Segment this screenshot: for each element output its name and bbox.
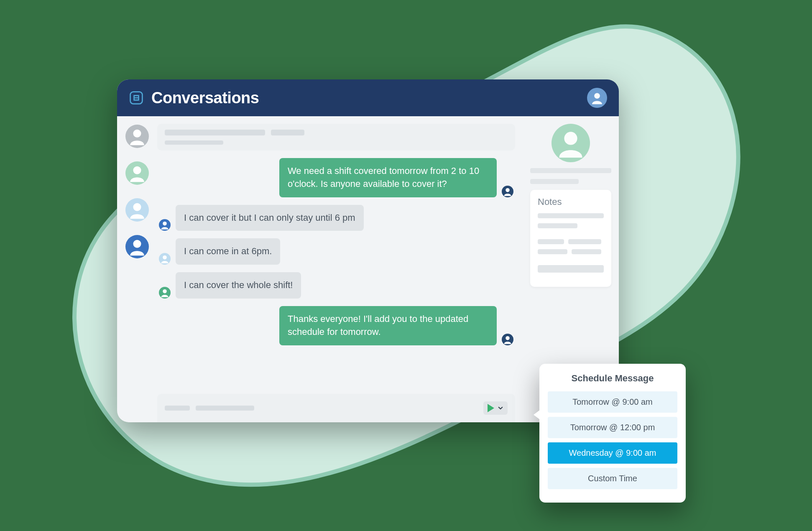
chevron-down-icon <box>498 405 503 411</box>
person-icon <box>552 124 590 162</box>
svg-point-14 <box>163 222 167 226</box>
contact-item[interactable] <box>125 125 149 148</box>
contact-item[interactable] <box>125 235 149 258</box>
notes-heading: Notes <box>538 197 604 207</box>
page-title: Conversations <box>151 89 580 107</box>
contact-avatar-large <box>552 124 590 162</box>
message-avatar <box>159 287 171 299</box>
message-list: We need a shift covered tomorrow from 2 … <box>157 151 515 394</box>
person-icon <box>159 219 171 231</box>
message-avatar <box>502 186 513 197</box>
titlebar: Conversations <box>117 79 619 116</box>
person-icon <box>125 235 149 258</box>
message-row: Thanks everyone! I'll add you to the upd… <box>159 306 513 345</box>
person-icon <box>589 89 605 106</box>
compose-bar[interactable] <box>157 394 515 422</box>
person-icon <box>125 161 149 185</box>
message-row: I can come in at 6pm. <box>159 238 513 265</box>
schedule-option[interactable]: Tomorrow @ 12:00 pm <box>548 417 677 438</box>
svg-point-6 <box>133 166 141 174</box>
person-icon <box>159 253 171 265</box>
svg-point-18 <box>163 289 167 294</box>
message-bubble: I can cover the whole shift! <box>176 272 301 299</box>
svg-point-20 <box>506 336 510 340</box>
contact-item[interactable] <box>125 198 149 222</box>
message-avatar <box>159 253 171 265</box>
person-icon <box>159 287 171 299</box>
message-row: We need a shift covered tomorrow from 2 … <box>159 158 513 197</box>
svg-point-16 <box>163 255 167 260</box>
notes-card: Notes <box>530 190 611 287</box>
chat-area: We need a shift covered tomorrow from 2 … <box>157 116 523 422</box>
svg-point-12 <box>506 188 510 192</box>
person-icon <box>502 334 513 345</box>
message-bubble: Thanks everyone! I'll add you to the upd… <box>279 306 497 345</box>
message-row: I can cover the whole shift! <box>159 272 513 299</box>
message-bubble: I can come in at 6pm. <box>176 238 280 265</box>
popover-title: Schedule Message <box>548 373 677 384</box>
schedule-message-popover: Schedule Message Tomorrow @ 9:00 amTomor… <box>539 364 686 503</box>
send-menu-button[interactable] <box>483 401 508 415</box>
contact-item[interactable] <box>125 161 149 185</box>
svg-point-10 <box>133 240 141 248</box>
schedule-option[interactable]: Tomorrow @ 9:00 am <box>548 391 677 413</box>
contacts-list <box>117 116 157 422</box>
message-avatar <box>502 334 513 345</box>
person-icon <box>125 198 149 222</box>
message-row: I can cover it but I can only stay until… <box>159 205 513 231</box>
message-bubble: We need a shift covered tomorrow from 2 … <box>279 158 497 197</box>
send-icon <box>488 404 494 412</box>
schedule-option[interactable]: Custom Time <box>548 468 677 489</box>
person-icon <box>502 186 513 197</box>
app-logo-icon <box>129 90 144 105</box>
profile-button[interactable] <box>587 88 607 108</box>
message-avatar <box>159 219 171 231</box>
schedule-option[interactable]: Wednesday @ 9:00 am <box>548 442 677 464</box>
svg-point-8 <box>133 203 141 211</box>
person-icon <box>125 125 149 148</box>
message-bubble: I can cover it but I can only stay until… <box>176 205 364 231</box>
chat-header <box>157 124 515 151</box>
svg-point-4 <box>133 130 141 138</box>
